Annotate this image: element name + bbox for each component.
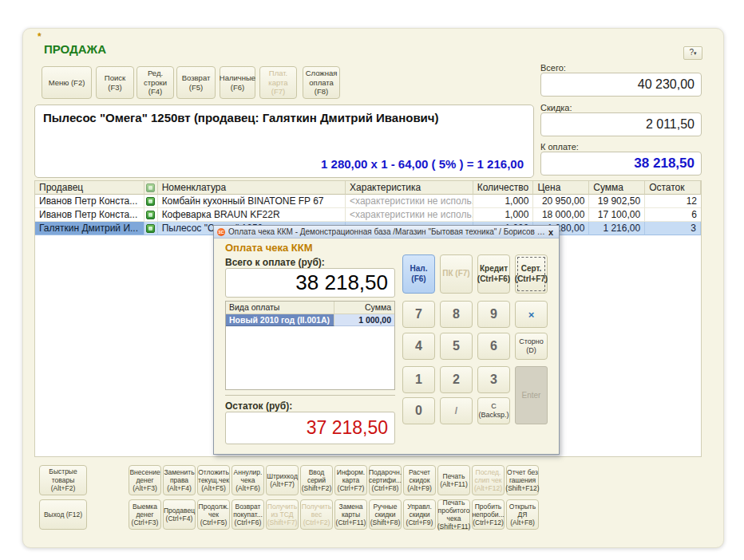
table-row[interactable]: Иванов Петр Конста... Кофеварка BRAUN KF… — [35, 208, 701, 222]
search-button[interactable]: Поиск (F3) — [96, 66, 134, 99]
col-payment-type: Вида оплаты — [226, 302, 334, 314]
action-button[interactable]: Ввод серий (Shift+F2) — [300, 465, 333, 495]
edit-row-button[interactable]: Ред. строки (F4) — [137, 66, 174, 99]
cell-sum: 17 100,00 — [589, 208, 645, 222]
dialog-titlebar[interactable]: 1С Оплата чека ККМ - Демонстрационная ба… — [214, 226, 559, 239]
cell-icon — [144, 195, 158, 208]
numpad-8[interactable]: 8 — [440, 301, 473, 328]
divider — [225, 395, 395, 396]
numpad-2[interactable]: 2 — [440, 366, 473, 393]
total-due-field: 38 218,50 — [225, 268, 395, 298]
cash-button[interactable]: Наличные (F6) — [220, 66, 255, 99]
chevron-down-icon: ▾ — [694, 50, 697, 56]
action-button[interactable]: Информ. карта (Ctrl+F7) — [334, 465, 367, 495]
multiply-key[interactable]: × — [515, 301, 548, 328]
due-label: К оплате: — [540, 142, 579, 152]
pos-window: * ПРОДАЖА ?▾ Меню (F2) Поиск (F3) Ред. с… — [22, 28, 724, 548]
action-button: Получить вес (Ctrl+F2) — [300, 499, 333, 530]
col-name[interactable]: Номенклатура — [158, 181, 346, 195]
enter-key: Enter — [515, 366, 548, 424]
numpad-4[interactable]: 4 — [402, 333, 435, 360]
cell-sum: 1 216,00 — [589, 222, 645, 235]
cell-char: <характеристики не исполь... — [346, 195, 473, 208]
numpad-0[interactable]: 0 — [402, 397, 435, 424]
action-button[interactable]: Отложить текущ.чек (Alt+F5) — [197, 465, 230, 495]
nomenclature-icon — [146, 224, 155, 233]
numpad-1[interactable]: 1 — [402, 366, 435, 393]
col-qty[interactable]: Количество — [473, 181, 534, 195]
action-button[interactable]: Отчет без гашения (Shift+F12) — [506, 465, 539, 495]
action-button[interactable]: Открыть ДЯ (Alt+F8) — [506, 499, 539, 530]
action-row-2: Выемка денег (Ctrl+F3) Продавец (Ctrl+F4… — [129, 499, 539, 530]
discount-field: 2 011,50 — [540, 112, 702, 136]
cell-name: Кофеварка BRAUN KF22R — [158, 208, 346, 222]
action-button[interactable]: Заменить права (Alt+F4) — [163, 465, 196, 495]
numpad-3[interactable]: 3 — [477, 366, 510, 393]
discount-label: Скидка: — [540, 103, 572, 112]
items-table-header: Продавец Номенклатура Характеристика Кол… — [35, 181, 701, 195]
total-field: 40 230,00 — [540, 73, 702, 97]
action-button[interactable]: Возврат покупат... (Ctrl+F6) — [232, 499, 264, 530]
payment-row[interactable]: Новый 2010 год (II.001A) 1 000,00 — [226, 314, 394, 326]
table-row[interactable]: Иванов Петр Конста... Комбайн кухонный B… — [35, 195, 701, 208]
payment-sum-cell: 1 000,00 — [334, 314, 394, 326]
complex-payment-button[interactable]: Сложная оплата (F8) — [303, 66, 340, 99]
help-button[interactable]: ?▾ — [683, 46, 702, 60]
cell-rest: 6 — [645, 208, 701, 222]
col-char[interactable]: Характеристика — [346, 181, 473, 195]
action-row-1: Внесение денег (Alt+F3) Заменить права (… — [129, 465, 539, 495]
col-payment-sum: Сумма — [334, 302, 394, 314]
customer-display: Пылесос "Омега" 1250вт (продавец: Галятк… — [34, 105, 534, 178]
action-button[interactable]: Аннулир. чека (Alt+F6) — [232, 465, 264, 495]
pay-card-button: ПК (F7) — [440, 254, 473, 294]
return-button[interactable]: Возврат (F5) — [176, 66, 216, 99]
action-button[interactable]: Печать (Alt+F11) — [437, 465, 470, 495]
action-button[interactable]: Выемка денег (Ctrl+F3) — [129, 499, 161, 530]
action-button[interactable]: Продолж. чек (Ctrl+F5) — [197, 499, 230, 530]
action-button[interactable]: Штрихкод (Alt+F7) — [266, 465, 299, 495]
action-button[interactable]: Ручные скидки (Shift+F8) — [369, 499, 402, 530]
action-button[interactable]: Замена карты (Ctrl+F11) — [334, 499, 367, 530]
pay-cert-button[interactable]: Серт. (Ctrl+F7) — [515, 254, 548, 294]
action-button[interactable]: Внесение денег (Alt+F3) — [129, 465, 161, 495]
payment-dialog: 1С Оплата чека ККМ - Демонстрационная ба… — [213, 225, 560, 455]
numpad-7[interactable]: 7 — [402, 301, 435, 328]
numpad-6[interactable]: 6 — [477, 333, 510, 360]
action-button[interactable]: Печать пробитого чека (Shift+F11) — [437, 499, 470, 530]
storno-key[interactable]: Сторно (D) — [515, 333, 548, 360]
exit-button[interactable]: Выход (F12) — [39, 499, 87, 530]
nomenclature-icon — [146, 183, 155, 192]
col-sum[interactable]: Сумма — [589, 181, 645, 195]
action-button[interactable]: Подарочн. сертифи... (Ctrl+F8) — [369, 465, 402, 495]
pay-cash-button[interactable]: Нал. (F6) — [402, 254, 435, 294]
cell-qty: 1,000 — [473, 195, 534, 208]
col-rest[interactable]: Остаток — [645, 181, 701, 195]
action-button: Получить из ТСД (Shift+F7) — [266, 499, 299, 530]
backspace-key[interactable]: С (Backsp.) — [477, 397, 510, 424]
payment-type-cell: Новый 2010 год (II.001A) — [226, 314, 334, 326]
numpad-9[interactable]: 9 — [477, 301, 510, 328]
payment-card-button: Плат. карта (F7) — [259, 66, 297, 99]
dialog-header: Оплата чека ККМ — [225, 242, 312, 254]
1c-app-icon: 1С — [217, 228, 225, 236]
cell-seller: Иванов Петр Конста... — [35, 195, 144, 208]
total-due-label: Всего к оплате (руб): — [225, 257, 325, 268]
divide-key[interactable]: / — [440, 397, 473, 424]
action-button[interactable]: Продавец (Ctrl+F4) — [163, 499, 196, 530]
action-button[interactable]: Управл. скидки (Ctrl+F9) — [403, 499, 436, 530]
action-button[interactable]: Расчет скидок (Alt+F9) — [403, 465, 436, 495]
col-seller[interactable]: Продавец — [35, 181, 144, 195]
cell-seller: Иванов Петр Конста... — [35, 208, 144, 222]
pay-credit-button[interactable]: Кредит (Ctrl+F6) — [477, 254, 510, 294]
numpad-5[interactable]: 5 — [440, 333, 473, 360]
col-icon — [144, 181, 158, 195]
total-label: Всего: — [540, 63, 566, 73]
menu-button[interactable]: Меню (F2) — [42, 66, 92, 99]
close-icon[interactable]: x — [546, 227, 556, 237]
action-button[interactable]: Пробить непроби... (Ctrl+F12) — [472, 499, 505, 530]
col-price[interactable]: Цена — [533, 181, 589, 195]
cell-price: 18 000,00 — [533, 208, 589, 222]
quick-goods-button[interactable]: Быстрые товары (Alt+F2) — [39, 465, 87, 495]
cell-sum: 19 902,50 — [589, 195, 645, 208]
current-item-line: Пылесос "Омега" 1250вт (продавец: Галятк… — [43, 111, 439, 124]
